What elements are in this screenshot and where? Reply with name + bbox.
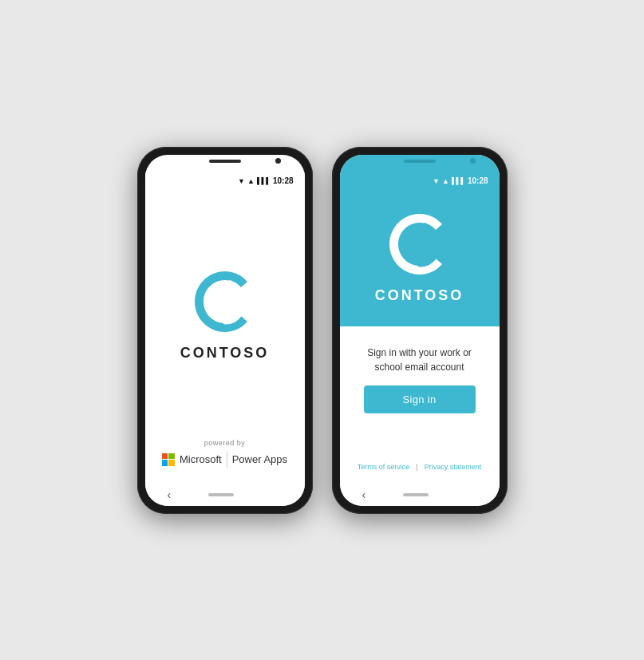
phone-2-time: 10:28 bbox=[468, 176, 488, 185]
phone-2-status-icons: ▼ ▲ ▌▌▌ 10:28 bbox=[433, 176, 488, 185]
phone-1-screen: ▼ ▲ ▌▌▌ 10:28 bbox=[145, 155, 305, 506]
ms-sq-blue bbox=[162, 460, 168, 466]
phone-2-nav-bar: ‹ bbox=[340, 484, 500, 506]
signal-icon-2: ▲ bbox=[442, 177, 449, 185]
phone-1-status-bar: ▼ ▲ ▌▌▌ 10:28 bbox=[145, 171, 305, 188]
signal-bars-2: ▌▌▌ bbox=[452, 177, 465, 184]
phone-2-top-hardware bbox=[340, 155, 500, 171]
phone-2-status-bar: ▼ ▲ ▌▌▌ 10:28 bbox=[340, 171, 500, 188]
microsoft-logo bbox=[162, 453, 175, 466]
phone-1-speaker bbox=[209, 160, 241, 163]
contoso-logo-svg bbox=[189, 265, 261, 337]
phone-1-main-content: CONTOSO bbox=[145, 188, 305, 439]
microsoft-area: Microsoft Power Apps bbox=[162, 452, 287, 468]
phone-1-home-indicator[interactable] bbox=[208, 493, 234, 496]
phone-2-top-section: CONTOSO bbox=[340, 188, 500, 326]
phone-2-brand-name: CONTOSO bbox=[375, 287, 464, 304]
ms-sq-yellow bbox=[168, 460, 175, 466]
phones-container: ▼ ▲ ▌▌▌ 10:28 bbox=[137, 147, 508, 514]
logo-divider bbox=[227, 452, 227, 468]
wifi-icon: ▼ bbox=[238, 177, 245, 185]
phone-1-camera bbox=[275, 158, 281, 164]
phone-2-back-button[interactable]: ‹ bbox=[362, 488, 366, 501]
footer-links: Terms of service | Privacy statement bbox=[358, 463, 481, 471]
sign-in-area: Sign in with your work or school email a… bbox=[353, 346, 487, 413]
powerapps-label: Power Apps bbox=[232, 453, 287, 465]
phone-1-time: 10:28 bbox=[273, 176, 294, 185]
phone-2-bottom-section: Sign in with your work or school email a… bbox=[340, 326, 500, 484]
microsoft-label: Microsoft bbox=[180, 453, 222, 465]
phone-2-camera bbox=[470, 158, 476, 164]
wifi-icon-2: ▼ bbox=[433, 177, 440, 185]
privacy-statement-link[interactable]: Privacy statement bbox=[425, 463, 482, 471]
phone-2-contoso-logo bbox=[384, 207, 456, 279]
phone-2: ▼ ▲ ▌▌▌ 10:28 CONTOSO bbox=[332, 147, 508, 514]
powered-by-label: powered by bbox=[204, 439, 246, 447]
signal-icon: ▲ bbox=[247, 177, 255, 185]
phone-1-brand-name: CONTOSO bbox=[180, 345, 270, 362]
phone-1-top-hardware bbox=[145, 155, 305, 171]
phone-1-nav-bar: ‹ bbox=[145, 484, 305, 506]
phone-2-home-indicator[interactable] bbox=[403, 493, 429, 496]
footer-divider: | bbox=[416, 463, 417, 471]
phone-2-speaker bbox=[404, 160, 436, 163]
phone-1-status-icons: ▼ ▲ ▌▌▌ 10:28 bbox=[238, 176, 293, 185]
phone-1-back-button[interactable]: ‹ bbox=[168, 488, 172, 501]
sign-in-description: Sign in with your work or school email a… bbox=[353, 346, 487, 374]
terms-of-service-link[interactable]: Terms of service bbox=[358, 463, 410, 471]
ms-sq-red bbox=[162, 453, 168, 460]
signal-bars: ▌▌▌ bbox=[257, 177, 271, 184]
sign-in-button[interactable]: Sign in bbox=[364, 385, 476, 413]
phone-1: ▼ ▲ ▌▌▌ 10:28 bbox=[137, 147, 313, 514]
phone-1-bottom: powered by Microsoft Power Apps bbox=[145, 439, 305, 484]
ms-sq-green bbox=[168, 453, 175, 460]
phone-1-logo-area: CONTOSO bbox=[180, 265, 270, 362]
phone-2-screen: ▼ ▲ ▌▌▌ 10:28 CONTOSO bbox=[340, 155, 500, 506]
